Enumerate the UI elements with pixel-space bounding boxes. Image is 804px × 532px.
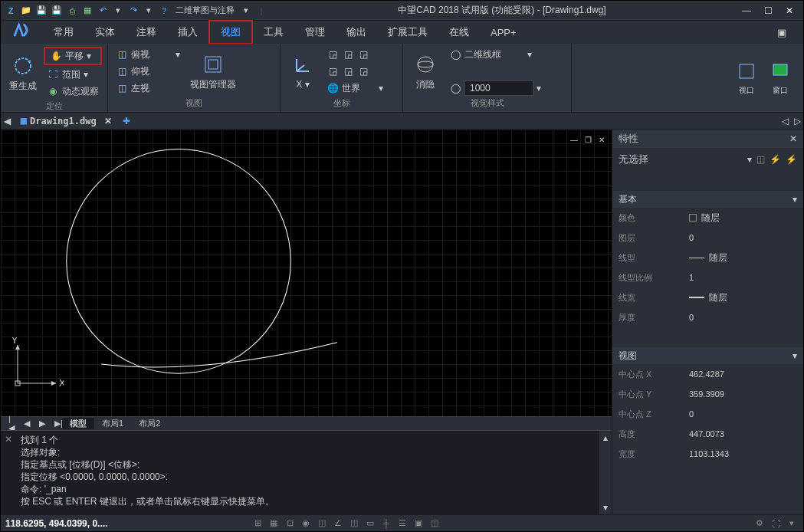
hide-button[interactable]: 消隐 — [408, 48, 443, 94]
range-button[interactable]: ⛶范围▾ — [44, 67, 102, 82]
orbit-button[interactable]: ◉动态观察 — [44, 84, 102, 99]
saveas-icon[interactable]: 💾 — [50, 4, 64, 18]
plot-icon[interactable]: ⎙ — [65, 4, 79, 18]
preview-icon[interactable]: ▦ — [80, 4, 94, 18]
tab-layout1[interactable]: 布局1 — [94, 418, 131, 429]
tab-nav-left[interactable]: ◀ — [1, 116, 14, 126]
open-icon[interactable]: 📁 — [19, 4, 33, 18]
app-menu-icon[interactable]: Z — [4, 4, 18, 18]
menu-view[interactable]: 视图 — [208, 20, 253, 44]
sb-expand-icon[interactable]: ⛶ — [769, 517, 783, 530]
sb-gear-icon[interactable]: ⚙ — [753, 517, 766, 530]
viewmgr-button[interactable]: 视图管理器 — [186, 48, 240, 94]
leftview-button[interactable]: ◫左视 — [113, 80, 183, 96]
sb-btn11[interactable]: ▣ — [412, 517, 425, 530]
regen-label: 重生成 — [9, 80, 37, 93]
redo-icon[interactable]: ↷ — [126, 4, 140, 18]
sb-btn8[interactable]: ▭ — [363, 517, 377, 530]
title-bar: Z 📁 💾 💾 ⎙ ▦ ↶ ▾ ↷ ▾ ? 二维草图与注释 ▾ | 中望CAD … — [1, 1, 803, 21]
close-button[interactable]: ✕ — [779, 3, 800, 18]
sb-btn10[interactable]: ☰ — [395, 517, 409, 530]
menu-ext[interactable]: 扩展工具 — [377, 21, 438, 43]
tab-next-icon[interactable]: ▶ — [31, 419, 47, 429]
menu-more-icon[interactable]: ▣ — [766, 23, 797, 42]
menu-annotate[interactable]: 注释 — [126, 21, 167, 43]
wireframe-dropdown[interactable]: ◯二维线框▾ — [446, 47, 544, 62]
window-title: 中望CAD 2018 试用版 (功能受限) - [Drawing1.dwg] — [271, 4, 733, 17]
sb-polar-icon[interactable]: ◉ — [299, 517, 313, 530]
panel-label: 视觉样式 — [408, 96, 566, 109]
menu-insert[interactable]: 插入 — [167, 21, 208, 43]
scale-input[interactable]: ◯▾ — [446, 80, 544, 96]
nav-next-icon[interactable]: ▷ — [791, 116, 803, 126]
save-icon[interactable]: 💾 — [34, 4, 48, 18]
sb-btn7[interactable]: ◫ — [347, 517, 361, 530]
pan-button[interactable]: ✋平移▾ — [47, 48, 99, 64]
status-bar: 118.6295, 494.0399, 0.... ⊞ ▦ ⊡ ◉ ◫ ∠ ◫ … — [1, 514, 803, 531]
sb-ortho-icon[interactable]: ⊡ — [283, 517, 297, 530]
ucs-btn2[interactable]: ◲◲◲ — [323, 64, 386, 79]
regen-button[interactable]: 重生成 — [5, 50, 41, 96]
sb-snap-icon[interactable]: ▦ — [267, 517, 281, 530]
separator: | — [254, 4, 268, 18]
scroll-up-icon[interactable]: ▴ — [603, 432, 608, 443]
ucs-btn1[interactable]: ◲◲◲ — [323, 47, 386, 62]
dropdown-icon[interactable]: ▾ — [142, 4, 156, 18]
sb-dropdown-icon[interactable]: ▾ — [785, 517, 799, 530]
close-tab-icon[interactable]: ✕ — [104, 116, 112, 126]
sb-otrack-icon[interactable]: ∠ — [331, 517, 345, 530]
selection-label[interactable]: 无选择 — [619, 153, 648, 166]
section-view[interactable]: 视图▾ — [612, 347, 803, 364]
menu-output[interactable]: 输出 — [336, 21, 377, 43]
maximize-button[interactable]: ☐ — [757, 3, 779, 18]
sphere-icon: ◯ — [449, 48, 461, 61]
props-close-icon[interactable]: ✕ — [789, 133, 797, 144]
nav-prev-icon[interactable]: ◁ — [779, 116, 791, 126]
file-tab-bar: ◀ ▦ Drawing1.dwg ✕ ✚ ◁ ▷ — [1, 113, 803, 130]
menu-tools[interactable]: 工具 — [253, 21, 294, 43]
undo-icon[interactable]: ↶ — [96, 4, 110, 18]
quick-icon[interactable]: ⚡ — [770, 154, 781, 165]
tab-layout2[interactable]: 布局2 — [131, 418, 168, 429]
menu-common[interactable]: 常用 — [43, 21, 84, 43]
window-button[interactable]: 窗口 — [765, 54, 796, 100]
ucs-button[interactable]: X ▾ — [285, 48, 320, 94]
bottomview-button[interactable]: ◫仰视 — [113, 64, 183, 79]
dropdown-icon[interactable]: ▾ — [239, 4, 253, 18]
cmd-close-icon[interactable]: ✕ — [1, 431, 16, 514]
app-logo[interactable] — [6, 20, 37, 43]
dwg-icon: ▦ — [20, 117, 27, 125]
minimize-button[interactable]: — — [736, 3, 757, 18]
tab-prev-icon[interactable]: ◀ — [16, 419, 31, 429]
svg-point-7 — [67, 149, 291, 374]
menu-entity[interactable]: 实体 — [84, 21, 126, 43]
topview-button[interactable]: ◫俯视▾ — [113, 47, 183, 62]
drawing-canvas[interactable]: — ❐ ✕ Y X — [1, 130, 612, 416]
viewport-button[interactable]: 视口 — [731, 54, 762, 100]
help-icon[interactable]: ? — [157, 4, 171, 18]
sb-osnap-icon[interactable]: ◫ — [315, 517, 329, 530]
menu-online[interactable]: 在线 — [438, 21, 480, 43]
sb-btn12[interactable]: ◫ — [428, 517, 441, 530]
menu-app[interactable]: APP+ — [480, 23, 527, 42]
panel-label: 定位 — [5, 99, 103, 112]
file-tab[interactable]: ▦ Drawing1.dwg ✕ — [14, 116, 118, 126]
properties-panel: 特性 ✕ 无选择 ▾ ◫ ⚡ ⚡ 基本▾ 颜色随层 图层0 线型随层 线型比例1… — [612, 130, 803, 514]
section-basic[interactable]: 基本▾ — [612, 191, 803, 208]
scroll-down-icon[interactable]: ▾ — [603, 502, 608, 513]
sb-grid-icon[interactable]: ⊞ — [251, 517, 264, 530]
tab-last-icon[interactable]: ▶| — [47, 419, 62, 429]
coordinates: 118.6295, 494.0399, 0.... — [5, 518, 107, 529]
new-tab-button[interactable]: ✚ — [118, 116, 135, 126]
menu-manage[interactable]: 管理 — [294, 21, 336, 43]
tab-model[interactable]: 模型 — [62, 418, 94, 429]
flash-icon[interactable]: ⚡ — [786, 154, 797, 165]
command-line[interactable]: ✕ 找到 1 个 选择对象: 指定基点或 [位移(D)] <位移>: 指定位移 … — [1, 430, 612, 514]
workspace-label[interactable]: 二维草图与注释 — [172, 4, 238, 18]
dropdown-icon[interactable]: ▾ — [747, 154, 752, 165]
pick-icon[interactable]: ◫ — [756, 154, 765, 165]
dropdown-icon[interactable]: ▾ — [111, 4, 125, 18]
sb-btn9[interactable]: ┼ — [379, 517, 393, 530]
world-button[interactable]: 🌐世界▾ — [323, 80, 386, 96]
cmd-history: 找到 1 个 选择对象: 指定基点或 [位移(D)] <位移>: 指定位移 <0… — [16, 431, 599, 514]
